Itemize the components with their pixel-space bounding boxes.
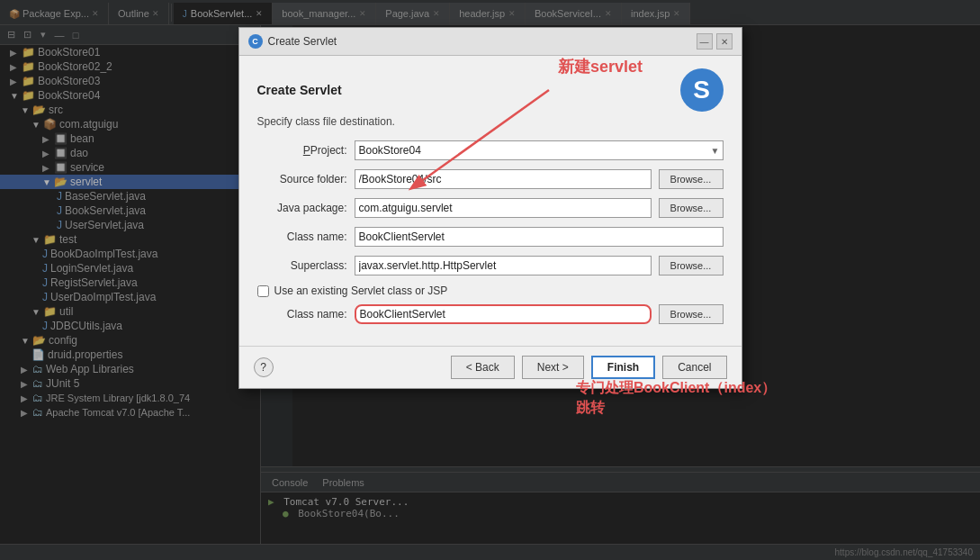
superclass-row: Superclass: Browse... bbox=[257, 256, 724, 275]
next-button[interactable]: Next > bbox=[522, 356, 584, 379]
superclass-browse-button[interactable]: Browse... bbox=[659, 256, 724, 275]
class-name-row: Class name: bbox=[257, 227, 724, 247]
dialog-subtitle: Specify class file destination. bbox=[257, 115, 724, 128]
footer-left: ? bbox=[254, 357, 274, 377]
source-folder-browse-button[interactable]: Browse... bbox=[659, 169, 724, 189]
java-package-label: Java package: bbox=[257, 202, 347, 214]
dialog-title-icon: C bbox=[248, 34, 263, 49]
superclass-input[interactable] bbox=[355, 256, 652, 275]
project-select[interactable]: BookStore04 bbox=[355, 140, 724, 160]
create-servlet-dialog: C Create Servlet — ✕ Create Servlet S Sp… bbox=[238, 27, 742, 389]
source-folder-row: Source folder: Browse... bbox=[257, 169, 724, 189]
project-select-wrapper: BookStore04 ▼ bbox=[355, 140, 724, 160]
dialog-footer: ? < Back Next > Finish Cancel bbox=[239, 346, 742, 388]
project-row: PProject: BookStore04 ▼ bbox=[257, 140, 724, 160]
superclass-label: Superclass: bbox=[257, 259, 347, 272]
java-package-input[interactable] bbox=[355, 198, 652, 218]
existing-servlet-checkbox[interactable] bbox=[257, 285, 269, 297]
back-button[interactable]: < Back bbox=[451, 356, 515, 379]
java-package-browse-button[interactable]: Browse... bbox=[659, 198, 724, 218]
class-name2-row: Class name: Browse... bbox=[257, 304, 724, 324]
class-name2-label: Class name: bbox=[257, 308, 347, 321]
existing-servlet-label: Use an existing Servlet class or JSP bbox=[274, 285, 448, 297]
class-name2-browse-button[interactable]: Browse... bbox=[659, 304, 724, 324]
project-label: PProject: bbox=[257, 144, 347, 157]
dialog-title: C Create Servlet bbox=[248, 34, 337, 49]
checkbox-row: Use an existing Servlet class or JSP bbox=[257, 285, 724, 297]
class-name2-input[interactable] bbox=[355, 304, 652, 324]
dialog-minimize-button[interactable]: — bbox=[697, 33, 713, 50]
dialog-titlebar: C Create Servlet — ✕ bbox=[239, 28, 742, 56]
footer-buttons: < Back Next > Finish Cancel bbox=[451, 356, 727, 379]
cancel-button[interactable]: Cancel bbox=[662, 356, 726, 379]
dialog-overlay: C Create Servlet — ✕ Create Servlet S Sp… bbox=[0, 0, 980, 560]
java-package-row: Java package: Browse... bbox=[257, 198, 724, 218]
dialog-controls: — ✕ bbox=[697, 33, 733, 50]
source-folder-label: Source folder: bbox=[257, 173, 347, 185]
finish-button[interactable]: Finish bbox=[591, 356, 655, 379]
class-name-input[interactable] bbox=[355, 227, 724, 247]
servlet-s-icon: S bbox=[680, 68, 724, 112]
source-folder-input[interactable] bbox=[355, 169, 652, 189]
dialog-body: Create Servlet S Specify class file dest… bbox=[239, 56, 742, 346]
dialog-close-button[interactable]: ✕ bbox=[716, 33, 733, 50]
class-name-label: Class name: bbox=[257, 230, 347, 243]
help-button[interactable]: ? bbox=[254, 357, 274, 377]
dialog-section-header: Create Servlet S bbox=[257, 68, 724, 112]
